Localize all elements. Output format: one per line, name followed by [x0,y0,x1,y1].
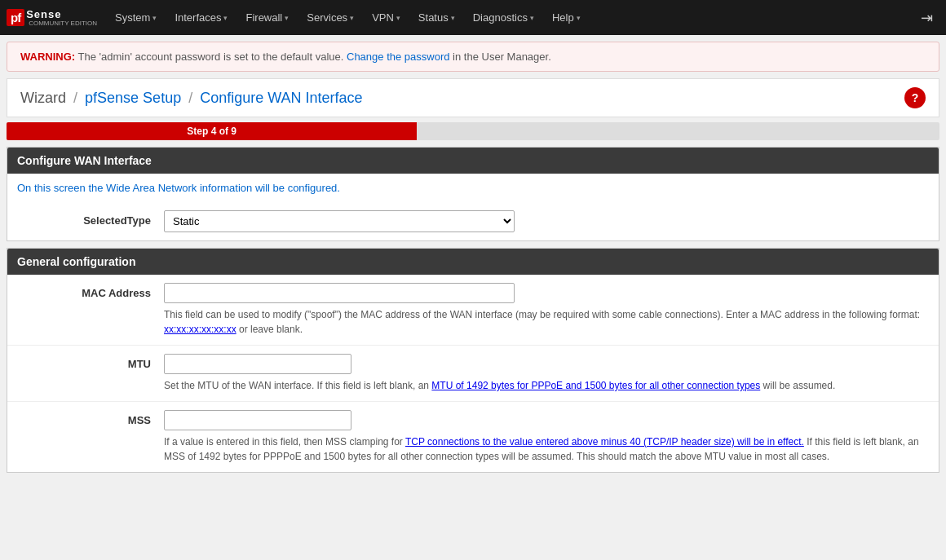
nav-vpn[interactable]: VPN ▾ [364,7,409,29]
site-logo: pf Sense COMMUNITY EDITION [7,8,97,28]
mtu-help-text2: will be assumed. [760,380,835,391]
mtu-help: Set the MTU of the WAN interface. If thi… [164,378,929,393]
progress-wrapper: Step 4 of 9 [7,122,939,140]
nav-system[interactable]: System ▾ [107,7,165,29]
breadcrumb-configure-wan[interactable]: Configure WAN Interface [200,90,362,106]
nav-status-arrow: ▾ [451,14,455,22]
breadcrumb: Wizard / pfSense Setup / Configure WAN I… [20,90,363,107]
mss-help: If a value is entered in this field, the… [164,434,929,464]
mss-content: If a value is entered in this field, the… [164,410,929,464]
nav-logout[interactable]: ⇥ [914,6,939,30]
nav-interfaces[interactable]: Interfaces ▾ [166,7,236,29]
nav-help[interactable]: Help ▾ [544,7,589,29]
selected-type-label: SelectedType [17,210,164,227]
nav-services-arrow: ▾ [350,14,354,22]
progress-bar: Step 4 of 9 [7,122,417,140]
nav-status[interactable]: Status ▾ [410,7,463,29]
mtu-content: Set the MTU of the WAN interface. If thi… [164,354,929,393]
warning-banner: WARNING: The 'admin' account password is… [7,42,939,72]
mac-help-text1: This field can be used to modify ("spoof… [164,309,920,320]
warning-label: WARNING: [20,51,75,63]
mtu-help-text1: Set the MTU of the WAN interface. If thi… [164,380,431,391]
selected-type-content: Static DHCP PPPoE PPTP L2TP [164,210,929,232]
progress-label: Step 4 of 9 [187,126,236,137]
selected-type-row: SelectedType Static DHCP PPPoE PPTP L2TP [7,202,939,240]
mac-address-label: MAC Address [17,283,164,299]
nav-menu: System ▾ Interfaces ▾ Firewall ▾ Service… [107,7,914,29]
breadcrumb-sep1: / [73,90,77,106]
nav-services[interactable]: Services ▾ [298,7,362,29]
mtu-input[interactable] [164,354,351,374]
nav-firewall-arrow: ▾ [285,14,289,22]
breadcrumb-row: Wizard / pfSense Setup / Configure WAN I… [7,78,939,117]
mac-address-row: MAC Address This field can be used to mo… [7,275,939,346]
selected-type-select[interactable]: Static DHCP PPPoE PPTP L2TP [164,210,515,232]
mac-help-text2: or leave blank. [236,324,303,335]
mtu-help-link[interactable]: MTU of 1492 bytes for PPPoE and 1500 byt… [431,380,760,391]
nav-vpn-arrow: ▾ [396,14,400,22]
general-config-header: General configuration [7,249,939,275]
nav-help-arrow: ▾ [577,14,581,22]
mac-address-content: This field can be used to modify ("spoof… [164,283,929,337]
mss-input[interactable] [164,410,351,430]
mtu-label: MTU [17,354,164,370]
nav-firewall[interactable]: Firewall ▾ [237,7,297,29]
breadcrumb-wizard: Wizard [20,90,66,106]
mss-help-link[interactable]: TCP connections to the value entered abo… [405,436,804,448]
mss-help-text1: If a value is entered in this field, the… [164,436,405,448]
nav-diagnostics[interactable]: Diagnostics ▾ [465,7,542,29]
mac-address-input[interactable] [164,283,515,303]
general-config-panel: General configuration MAC Address This f… [7,248,939,473]
mtu-row: MTU Set the MTU of the WAN interface. If… [7,346,939,402]
warning-text-before: The 'admin' account password is set to t… [78,51,347,63]
mss-row: MSS If a value is entered in this field,… [7,402,939,472]
mac-address-help: This field can be used to modify ("spoof… [164,307,929,337]
logo-sense: Sense [26,8,97,20]
nav-diagnostics-arrow: ▾ [530,14,534,22]
wan-interface-header: Configure WAN Interface [7,148,939,174]
nav-interfaces-arrow: ▾ [223,14,228,22]
mss-label: MSS [17,410,164,426]
page-help-button[interactable]: ? [904,87,926,108]
logo-edition: COMMUNITY EDITION [29,20,97,28]
logo-pf: pf [7,9,24,26]
breadcrumb-sep2: / [188,90,192,106]
main-nav: pf Sense COMMUNITY EDITION System ▾ Inte… [0,0,946,35]
warning-text-after: in the User Manager. [453,51,551,63]
mac-help-link[interactable]: xx:xx:xx:xx:xx:xx [164,324,236,335]
wan-interface-panel: Configure WAN Interface On this screen t… [7,147,939,241]
warning-link[interactable]: Change the password [347,51,449,63]
nav-system-arrow: ▾ [153,14,157,22]
breadcrumb-pfsense-setup[interactable]: pfSense Setup [85,90,181,106]
wan-info-text: On this screen the Wide Area Network inf… [7,174,939,202]
main-content: Wizard / pfSense Setup / Configure WAN I… [0,78,946,489]
